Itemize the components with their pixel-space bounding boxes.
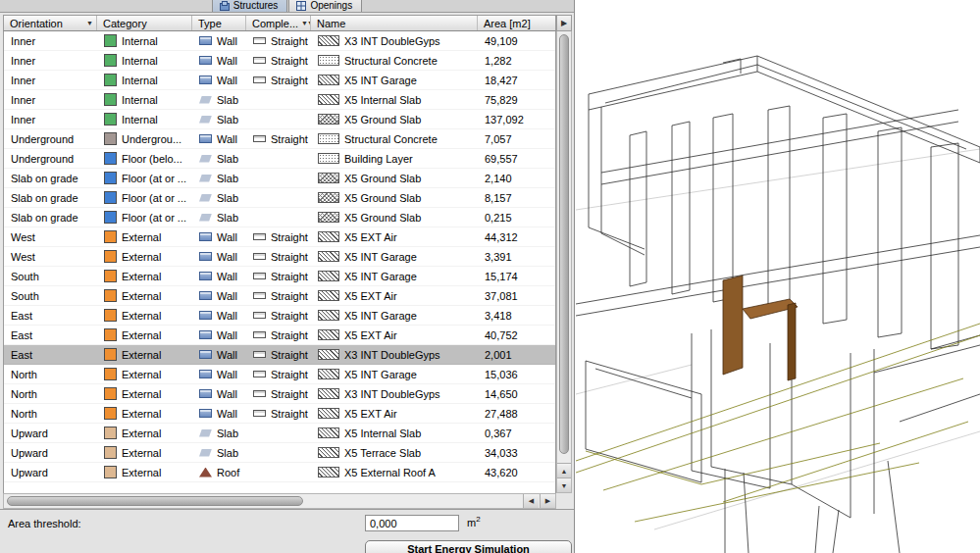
straight-wall-icon [253,135,266,142]
table-row[interactable]: West External Wall Straight X5 EXT Air 4… [4,227,555,247]
scroll-up-button[interactable]: ▲ [557,463,571,478]
tab-structures[interactable]: Structures [212,0,288,13]
table-row[interactable]: Upward External Slab X5 Terrace Slab 34,… [4,443,555,463]
category-cell: Internal [97,74,192,86]
slab-icon [199,449,212,457]
category-color-swatch [104,466,117,478]
table-row[interactable]: Slab on grade Floor (at or ... Slab X5 G… [4,169,555,188]
category-color-swatch [104,270,117,282]
complexity-cell: Straight [246,329,311,341]
column-header-category[interactable]: Category [97,16,192,30]
3d-model-view[interactable] [576,0,980,553]
name-cell: X5 Internal Slab [311,427,478,439]
area-text: 15,036 [485,369,518,380]
category-text: Floor (at or ... [122,192,186,204]
vertical-scroll-thumb[interactable] [559,34,569,454]
name-cell: X5 Terrace Slab [311,447,478,459]
type-cell: Slab [192,192,246,204]
table-row[interactable]: Inner Internal Slab X5 Ground Slab 137,0… [4,110,555,129]
material-hatch-icon [318,75,339,85]
type-cell: Wall [192,133,246,145]
table-row[interactable]: East External Wall Straight X3 INT Doubl… [4,345,555,365]
table-row[interactable]: Inner Internal Wall Straight X5 INT Gara… [4,71,555,90]
material-hatch-icon [318,231,339,242]
orientation-cell: Upward [4,467,97,478]
horizontal-scrollbar[interactable]: ◀ ▶ [3,493,556,509]
structures-panel: Structures Openings Orientation ▼ Catego… [0,0,575,553]
table-row[interactable]: East External Wall Straight X5 EXT Air 4… [4,326,555,345]
column-header-type[interactable]: Type [192,16,246,30]
scroll-right-corner-button[interactable]: ▶ [556,15,572,31]
name-cell: X5 EXT Air [311,329,478,341]
type-cell: Wall [192,408,246,420]
filter-arrow-icon[interactable]: ▼ [86,20,92,26]
table-row[interactable]: North External Wall Straight X3 INT Doub… [4,384,555,404]
table-row[interactable]: Upward External Slab X5 Internal Slab 0,… [4,424,555,443]
scroll-right-button[interactable]: ▶ [540,494,555,508]
vertical-scrollbar[interactable]: ▲ ▼ [556,31,572,493]
material-hatch-icon [318,329,339,340]
name-text: Building Layer [344,153,413,165]
openings-icon [296,1,306,11]
name-cell: X5 EXT Air [311,231,478,243]
area-threshold-input[interactable] [365,515,459,531]
table-row[interactable]: Upward External Roof X5 External Roof A … [4,463,555,482]
name-cell: X5 Ground Slab [311,192,478,204]
wall-icon [199,272,212,280]
name-cell: X5 Ground Slab [311,173,478,184]
table-row[interactable]: Underground Undergrou... Wall Straight S… [4,129,555,149]
table-row[interactable]: Inner Internal Slab X5 Internal Slab 75,… [4,90,555,110]
complexity-cell: Straight [246,133,311,145]
tab-openings[interactable]: Openings [288,0,362,13]
name-cell: X5 Ground Slab [311,114,478,126]
table-row[interactable]: South External Wall Straight X5 INT Gara… [4,267,555,286]
area-threshold-label: Area threshold: [8,518,81,529]
table-row[interactable]: North External Wall Straight X5 INT Gara… [4,365,555,384]
double-arrow-icon[interactable]: ▼▼ [301,20,311,26]
category-text: Internal [122,75,158,86]
material-hatch-icon [318,388,339,399]
table-row[interactable]: East External Wall Straight X5 INT Garag… [4,306,555,326]
complexity-cell [246,155,311,162]
name-text: X5 INT Garage [344,251,417,263]
table-row[interactable]: South External Wall Straight X5 EXT Air … [4,286,555,306]
material-hatch-icon [318,408,339,419]
table-row[interactable]: Underground Floor (belo... Slab Building… [4,149,555,169]
type-cell: Slab [192,153,246,165]
roof-icon [199,468,212,478]
area-text: 1,282 [485,55,512,67]
material-hatch-icon [318,153,339,164]
area-cell: 8,157 [478,192,556,204]
column-header-area[interactable]: Area [m2] [478,16,557,30]
horizontal-scroll-thumb[interactable] [7,496,303,506]
scroll-left-button[interactable]: ◀ [523,494,539,508]
table-row[interactable]: West External Wall Straight X5 INT Garag… [4,247,555,267]
complexity-text: Straight [271,55,308,67]
category-text: External [122,349,161,361]
category-text: External [122,388,161,400]
area-text: 37,081 [485,290,518,302]
column-header-name[interactable]: Name [311,16,478,30]
type-text: Wall [217,75,237,86]
type-text: Slab [217,94,238,106]
name-cell: X3 INT DoubleGyps [311,388,478,400]
area-text: 69,557 [485,153,518,165]
material-hatch-icon [318,447,339,458]
column-header-orientation[interactable]: Orientation ▼ [4,16,97,30]
table-row[interactable]: Slab on grade Floor (at or ... Slab X5 G… [4,188,555,208]
category-color-swatch [104,74,117,86]
category-color-swatch [104,211,117,224]
table-row[interactable]: Inner Internal Wall Straight X3 INT Doub… [4,31,555,51]
column-header-complexity[interactable]: Comple... ▼▼ [246,16,311,30]
type-text: Wall [217,231,237,243]
orientation-cell: Slab on grade [4,192,97,204]
table-row[interactable]: Slab on grade Floor (at or ... Slab X5 G… [4,208,555,227]
category-cell: External [97,348,192,361]
start-energy-simulation-button[interactable]: Start Energy Simulation [365,540,572,553]
table-row[interactable]: North External Wall Straight X5 EXT Air … [4,404,555,424]
scroll-down-button[interactable]: ▼ [557,478,571,492]
table-row[interactable]: Inner Internal Wall Straight Structural … [4,51,555,71]
material-hatch-icon [318,349,339,360]
category-text: External [122,408,161,420]
area-cell: 3,391 [478,251,556,263]
